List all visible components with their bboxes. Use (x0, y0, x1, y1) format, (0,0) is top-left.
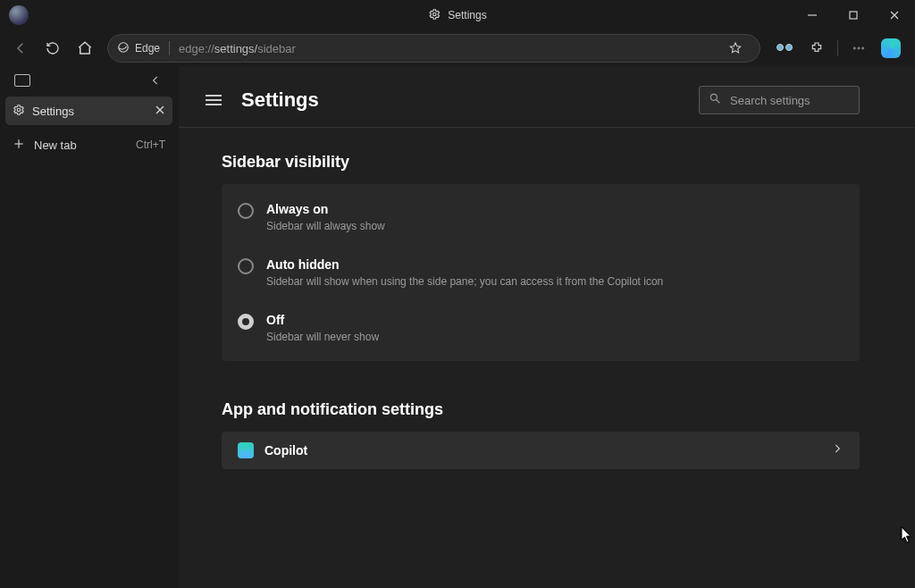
browser-toolbar: Edge edge://settings/sidebar (0, 30, 915, 66)
tab-label: Settings (32, 105, 74, 118)
close-tab-button[interactable] (155, 105, 165, 118)
copilot-icon (238, 442, 254, 458)
svg-point-8 (862, 47, 864, 49)
radio-icon (238, 258, 254, 274)
svg-point-14 (710, 94, 717, 100)
svg-point-9 (17, 108, 21, 112)
gear-icon (13, 104, 25, 119)
settings-page: Settings Sidebar visibility Always on Si… (179, 66, 915, 588)
radio-desc: Sidebar will never show (266, 331, 379, 343)
svg-point-5 (119, 42, 129, 52)
radio-label: Off (266, 313, 379, 327)
radio-always-on[interactable]: Always on Sidebar will always show (222, 189, 860, 245)
tab-actions-button[interactable] (7, 66, 38, 95)
window-title: Settings (448, 9, 486, 21)
radio-desc: Sidebar will show when using the side pa… (266, 275, 663, 288)
back-button[interactable] (5, 34, 36, 63)
profile-avatar[interactable] (9, 5, 29, 25)
edge-logo-icon (117, 41, 130, 56)
settings-search-box[interactable] (699, 86, 860, 114)
plus-icon (13, 138, 25, 153)
new-tab-button[interactable]: New tab Ctrl+T (5, 130, 172, 159)
minimize-button[interactable] (792, 0, 833, 30)
search-icon (709, 92, 721, 108)
radio-icon (238, 314, 254, 330)
close-button[interactable] (874, 0, 915, 30)
radio-label: Auto hidden (266, 257, 663, 272)
refresh-button[interactable] (38, 34, 68, 63)
more-menu-button[interactable] (844, 34, 874, 63)
vertical-tab-rail: Settings New tab Ctrl+T (0, 66, 179, 588)
page-title: Settings (241, 88, 319, 112)
app-row-copilot[interactable]: Copilot (222, 432, 860, 469)
divider (169, 41, 170, 55)
radio-off[interactable]: Off Sidebar will never show (222, 300, 860, 356)
section-sidebar-visibility-title: Sidebar visibility (222, 153, 860, 172)
incognito-goggles-icon[interactable] (769, 34, 800, 63)
tab-settings[interactable]: Settings (5, 97, 172, 125)
svg-point-7 (858, 47, 860, 49)
copilot-button[interactable] (876, 34, 906, 63)
maximize-button[interactable] (833, 0, 874, 30)
settings-search-input[interactable] (730, 94, 880, 107)
svg-point-6 (853, 47, 855, 49)
extensions-button[interactable] (802, 34, 832, 63)
sidebar-visibility-group: Always on Sidebar will always show Auto … (222, 184, 860, 361)
divider (837, 40, 838, 56)
radio-label: Always on (266, 202, 385, 216)
home-button[interactable] (70, 34, 100, 63)
radio-icon (238, 203, 254, 219)
svg-line-15 (717, 100, 720, 104)
settings-menu-button[interactable] (198, 86, 229, 114)
radio-auto-hidden[interactable]: Auto hidden Sidebar will show when using… (222, 245, 860, 300)
gear-icon (428, 8, 441, 23)
mouse-cursor (901, 526, 913, 548)
address-chip-label: Edge (135, 42, 160, 55)
new-tab-label: New tab (34, 139, 77, 152)
section-app-notification-title: App and notification settings (222, 400, 860, 419)
chevron-right-icon (831, 442, 844, 458)
collapse-rail-button[interactable] (140, 66, 171, 95)
address-bar[interactable]: Edge edge://settings/sidebar (107, 34, 760, 63)
svg-rect-2 (850, 12, 857, 19)
favorite-star-icon[interactable] (720, 34, 751, 63)
app-row-label: Copilot (264, 443, 307, 458)
radio-desc: Sidebar will always show (266, 220, 385, 232)
new-tab-shortcut: Ctrl+T (136, 139, 165, 151)
url-text: edge://settings/sidebar (179, 42, 711, 55)
svg-point-0 (433, 13, 437, 16)
titlebar: Settings (0, 0, 915, 30)
